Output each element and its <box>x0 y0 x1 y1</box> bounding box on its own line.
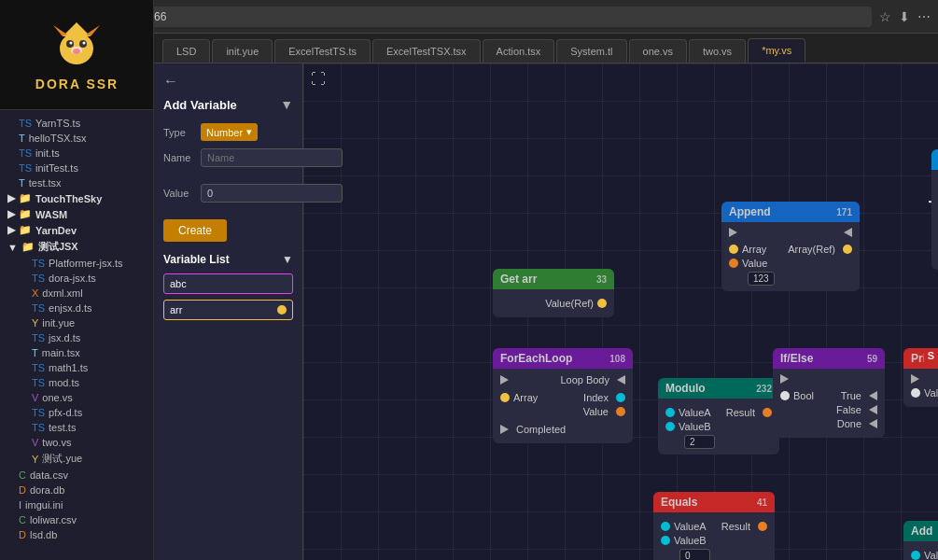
file-dxml[interactable]: Xdxml.xml <box>0 286 153 301</box>
file-one-vs[interactable]: Vone.vs <box>0 390 153 405</box>
tab-lsd[interactable]: LSD <box>162 39 210 63</box>
file-init-ts[interactable]: TSinit.ts <box>0 146 153 161</box>
file-data-csv[interactable]: Cdata.csv <box>0 468 153 483</box>
file-pfx-d[interactable]: TSpfx-d.ts <box>0 405 153 420</box>
get-arr-body: Value(Ref) <box>493 289 614 317</box>
file-hello-tsx[interactable]: ThelloTSX.tsx <box>0 131 153 146</box>
download-icon[interactable]: ⬇ <box>899 9 910 24</box>
tab-my-vs[interactable]: *my.vs <box>748 38 805 63</box>
create-button[interactable]: Create <box>163 219 227 242</box>
file-init-yue[interactable]: Yinit.yue <box>0 315 153 330</box>
logo: DORA SSR <box>35 63 119 91</box>
var-name-abc: abc <box>170 278 187 289</box>
foreach-header: ForEachLoop 108 <box>493 348 633 369</box>
node-get-arr[interactable]: Get arr 33 Value(Ref) <box>493 269 614 317</box>
file-inittest-ts[interactable]: TSinitTest.ts <box>0 161 153 175</box>
foreach-body: Loop Body Array Index Value Completed <box>493 369 633 443</box>
folder-yarn-dev[interactable]: ▶📁YarnDev <box>0 222 153 238</box>
file-two-vs[interactable]: Vtwo.vs <box>0 435 153 450</box>
file-lsd-db[interactable]: Dlsd.db <box>0 527 153 542</box>
file-tree: TSYarnTS.ts ThelloTSX.tsx TSinit.ts TSin… <box>0 112 153 546</box>
var-item-arr[interactable]: arr <box>163 300 293 320</box>
get-arr-header: Get arr 33 <box>493 269 614 289</box>
logo-mascot <box>49 63 105 74</box>
append-body: Array Value 123 Array(Ref) <box>721 222 860 291</box>
node-add[interactable]: Add 90 ValueA ValueB 101 Result <box>903 521 938 560</box>
if-else-header: If/Else 59 <box>773 348 885 369</box>
panel-collapse-btn[interactable]: ▼ <box>280 97 293 112</box>
sidebar: DORA SSR TSYarnTS.ts ThelloTSX.tsx TSini… <box>0 63 154 560</box>
tab-excel-tsx[interactable]: ExcelTestTSX.tsx <box>372 39 481 63</box>
file-loliwar-csv[interactable]: Cloliwar.csv <box>0 512 153 527</box>
var-list-collapse[interactable]: ▼ <box>282 253 293 266</box>
file-test-ts[interactable]: TStest.ts <box>0 420 153 435</box>
var-item-abc[interactable]: abc <box>163 273 293 294</box>
file-main-tsx[interactable]: Tmain.tsx <box>0 345 153 360</box>
address-bar[interactable]: ⊙ localhost:8866 <box>71 7 872 27</box>
tab-excel-ts[interactable]: ExcelTestTS.ts <box>274 39 371 63</box>
panel-back-arrow[interactable]: ← <box>163 73 293 90</box>
main-area: DORA SSR TSYarnTS.ts ThelloTSX.tsx TSini… <box>0 63 938 560</box>
file-math1[interactable]: TSmath1.ts <box>0 360 153 375</box>
add-variable-header: Add Variable ▼ <box>163 97 293 112</box>
print-body: Value <box>903 369 938 407</box>
value-label: Value <box>163 188 195 199</box>
if-else-body: Bool True False Done <box>773 369 885 438</box>
logo-area: DORA SSR <box>0 63 154 110</box>
type-select[interactable]: Number ▾ <box>201 123 258 141</box>
file-imgui-ini[interactable]: Iimgui.ini <box>0 497 153 512</box>
var-list-header: Variable List ▼ <box>163 253 293 266</box>
file-dora-jsx[interactable]: TSdora-jsx.ts <box>0 271 153 286</box>
value-field-row: Value <box>163 175 293 212</box>
equals-body: ValueA ValueB 0 Result <box>653 512 775 560</box>
modulo-body: ValueA ValueB 2 Result <box>658 399 779 455</box>
node-set-index[interactable]: SetIndex 210 Array Index 1 Value 123 <box>931 149 938 270</box>
name-field-row: Name <box>163 148 293 167</box>
add-body: ValueA ValueB 101 Result <box>903 541 938 560</box>
tab-one-vs[interactable]: one.vs <box>629 39 687 63</box>
node-append[interactable]: Append 171 Array Value 123 Array(Ref) <box>721 202 860 291</box>
get-arr-value-port: Value(Ref) <box>500 298 607 309</box>
arr-dot <box>277 305 287 315</box>
chevron-down-icon: ▾ <box>246 126 252 138</box>
file-platformer[interactable]: TSPlatformer-jsx.ts <box>0 256 153 271</box>
bookmark-icon[interactable]: ☆ <box>879 9 891 24</box>
var-list-title: Variable List <box>163 253 230 266</box>
file-dora-db[interactable]: Ddora.db <box>0 483 153 497</box>
file-mod[interactable]: TSmod.ts <box>0 375 153 390</box>
name-input[interactable] <box>201 148 343 167</box>
logo-text: DORA SSR <box>35 77 119 91</box>
folder-wasm[interactable]: ▶📁WASM <box>0 206 153 222</box>
folder-test-jsx[interactable]: ▼📁测试JSX <box>0 238 153 256</box>
file-enjsx[interactable]: TSenjsx.d.ts <box>0 301 153 315</box>
type-field-row: Type Number ▾ <box>163 123 293 141</box>
edge-s-label: S <box>924 348 938 363</box>
tab-init-yue[interactable]: init.yue <box>212 39 273 63</box>
node-if-else[interactable]: If/Else 59 Bool True False Done <box>773 348 885 438</box>
file-ceshi-yue[interactable]: Y测试.yue <box>0 450 153 468</box>
tab-system[interactable]: System.tl <box>556 39 626 63</box>
node-modulo[interactable]: Modulo 232 ValueA ValueB 2 Result <box>658 378 779 455</box>
file-yarn-ts[interactable]: TSYarnTS.ts <box>0 116 153 131</box>
variable-panel: ← Add Variable ▼ Type Number ▾ Name Valu… <box>154 63 303 560</box>
browser-actions: ☆ ⬇ ⋯ <box>879 9 931 24</box>
add-variable-title: Add Variable <box>163 98 237 112</box>
file-test-tsx[interactable]: Ttest.tsx <box>0 175 153 190</box>
append-header: Append 171 <box>721 202 860 222</box>
svg-point-3 <box>60 63 93 64</box>
tab-action[interactable]: Action.tsx <box>483 39 555 63</box>
more-icon[interactable]: ⋯ <box>917 9 931 24</box>
add-header: Add 90 <box>903 521 938 541</box>
folder-touch-sky[interactable]: ▶📁TouchTheSky <box>0 190 153 206</box>
fullscreen-button[interactable]: ⛶ <box>311 71 326 88</box>
set-index-body: Array Index 1 Value 123 Value(Ref) <box>931 170 938 270</box>
value-input[interactable] <box>201 184 343 203</box>
file-jsx-d[interactable]: TSjsx.d.ts <box>0 330 153 345</box>
type-label: Type <box>163 127 195 138</box>
var-name-arr: arr <box>170 304 182 315</box>
canvas-area[interactable]: ← Add Variable ▼ Type Number ▾ Name Valu… <box>154 63 938 560</box>
node-equals[interactable]: Equals 41 ValueA ValueB 0 Result <box>653 492 775 560</box>
node-foreach[interactable]: ForEachLoop 108 Loop Body Array Index Va… <box>493 348 633 443</box>
modulo-header: Modulo 232 <box>658 378 779 399</box>
tab-two-vs[interactable]: two.vs <box>689 39 746 63</box>
